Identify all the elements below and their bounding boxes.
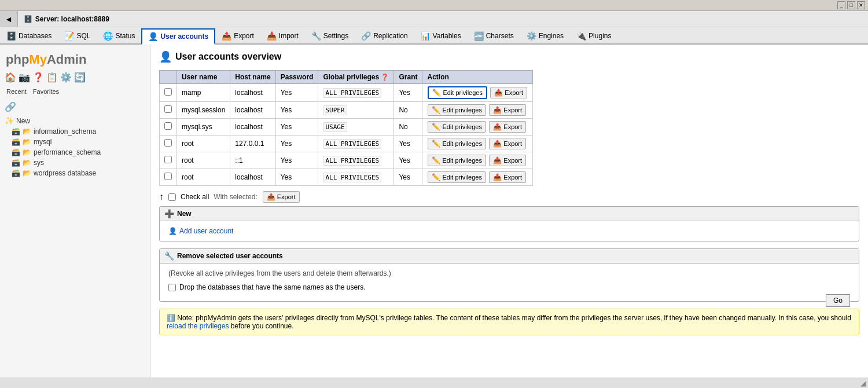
- tab-settings[interactable]: 🔧Settings: [305, 28, 355, 43]
- close-button[interactable]: ✕: [857, 1, 865, 9]
- tab-engines[interactable]: ⚙️Engines: [520, 28, 570, 43]
- export-selected-button[interactable]: 📤 Export: [263, 191, 300, 203]
- row-password: Yes: [275, 84, 318, 102]
- drop-db-checkbox[interactable]: [168, 284, 176, 291]
- resize-handle[interactable]: ◢: [860, 379, 866, 387]
- row-checkbox-2[interactable]: [164, 122, 172, 130]
- sidebar-item-wordpress-database[interactable]: 🗃️📂wordpress database: [0, 168, 150, 178]
- logo: phpMyAdmin: [0, 47, 150, 70]
- sidebar-item-new[interactable]: ✨New: [0, 115, 150, 126]
- edit-privileges-button[interactable]: ✏️ Edit privileges: [428, 121, 486, 133]
- row-hostname: localhost: [230, 84, 275, 102]
- remove-icon: 🔧: [164, 251, 174, 261]
- row-password: Yes: [275, 102, 318, 119]
- sidebar-item-information_schema[interactable]: 🗃️📂information_schema: [0, 126, 150, 137]
- col-checkbox: [160, 71, 177, 84]
- col-action: Action: [422, 71, 533, 84]
- tab-export[interactable]: 📤Export: [215, 28, 260, 43]
- replication-tab-icon: 🔗: [361, 31, 371, 41]
- variables-tab-icon: 📊: [421, 31, 431, 41]
- edit-icon: ✏️: [432, 140, 440, 148]
- edit-privileges-button[interactable]: ✏️ Edit privileges: [428, 155, 486, 166]
- note-info-icon: ℹ️: [167, 314, 175, 322]
- table-row: root 127.0.0.1 Yes ALL PRIVILEGES Yes ✏️…: [160, 136, 533, 152]
- check-all-checkbox[interactable]: [168, 193, 176, 201]
- export-row-icon: 📤: [493, 156, 502, 164]
- col-grant: Grant: [394, 71, 422, 84]
- maximize-button[interactable]: □: [847, 1, 855, 9]
- row-checkbox-cell: [160, 152, 177, 169]
- row-privileges: ALL PRIVILEGES: [318, 169, 394, 186]
- sidebar-item-mysql[interactable]: 🗃️📂mysql: [0, 137, 150, 147]
- bottom-bar: ◢: [0, 378, 868, 388]
- back-button[interactable]: ◄: [0, 11, 18, 27]
- row-actions: ✏️ Edit privileges 📤 Export: [422, 169, 533, 186]
- edit-privileges-button[interactable]: ✏️ Edit privileges: [428, 86, 487, 99]
- row-hostname: localhost: [230, 102, 275, 119]
- tab-variables[interactable]: 📊Variables: [414, 28, 468, 43]
- row-checkbox-cell: [160, 84, 177, 102]
- row-grant: Yes: [394, 152, 422, 169]
- help-icon[interactable]: ❓: [32, 72, 44, 83]
- export-tab-icon: 📤: [222, 31, 231, 41]
- export-user-button[interactable]: 📤 Export: [489, 155, 526, 166]
- drop-db-row: Drop the databases that have the same na…: [168, 283, 850, 291]
- row-hostname: ::1: [230, 152, 275, 169]
- col-hostname: Host name: [230, 71, 275, 84]
- tab-charsets[interactable]: 🔤Charsets: [468, 28, 520, 43]
- tab-databases[interactable]: 🗄️Databases: [0, 28, 58, 43]
- row-checkbox-0[interactable]: [164, 88, 172, 96]
- user_accounts-tab-icon: 👤: [148, 32, 158, 41]
- export-user-button[interactable]: 📤 Export: [489, 138, 526, 149]
- edit-privileges-button[interactable]: ✏️ Edit privileges: [428, 171, 486, 183]
- sql-tab-icon: 📝: [64, 31, 74, 41]
- favorites-button[interactable]: Favorites: [31, 87, 61, 96]
- export-icon: 📤: [267, 193, 275, 201]
- home-icon[interactable]: 🏠: [5, 72, 16, 83]
- status-tab-icon: 🌐: [103, 31, 113, 41]
- row-privileges: SUPER: [318, 102, 394, 119]
- link-icon[interactable]: 🔗: [0, 98, 150, 115]
- row-checkbox-4[interactable]: [164, 156, 172, 163]
- export-user-button[interactable]: 📤 Export: [490, 87, 527, 98]
- row-checkbox-cell: [160, 119, 177, 136]
- row-checkbox-5[interactable]: [164, 173, 172, 180]
- reload-privileges-link[interactable]: reload the privileges: [167, 322, 229, 330]
- recent-button[interactable]: Recent: [5, 87, 28, 96]
- export-user-button[interactable]: 📤 Export: [489, 121, 526, 133]
- tab-sql[interactable]: 📝SQL: [58, 28, 97, 43]
- server-icon: 🗄️: [24, 15, 32, 23]
- export-user-button[interactable]: 📤 Export: [489, 171, 526, 183]
- db-tree-icon: 🗃️: [12, 138, 20, 146]
- add-user-account-link[interactable]: 👤 Add user account: [168, 227, 850, 235]
- sidebar-item-performance_schema[interactable]: 🗃️📂performance_schema: [0, 147, 150, 158]
- tab-import[interactable]: 📥Import: [260, 28, 305, 43]
- status-icon[interactable]: 📷: [19, 72, 30, 83]
- import-tab-icon: 📥: [267, 31, 277, 41]
- check-all-label[interactable]: Check all: [181, 193, 209, 201]
- sidebar-item-sys[interactable]: 🗃️📂sys: [0, 158, 150, 168]
- refresh-icon[interactable]: 🔄: [74, 72, 86, 83]
- clipboard-icon[interactable]: 📋: [46, 72, 58, 83]
- tab-status[interactable]: 🌐Status: [97, 28, 141, 43]
- table-row: root ::1 Yes ALL PRIVILEGES Yes ✏️ Edit …: [160, 152, 533, 169]
- settings-icon[interactable]: ⚙️: [60, 72, 72, 83]
- export-user-button[interactable]: 📤 Export: [489, 104, 526, 116]
- row-checkbox-3[interactable]: [164, 139, 172, 147]
- user-accounts-icon: 👤: [159, 50, 172, 63]
- logo-dmin: Admin: [47, 52, 86, 67]
- tab-plugins[interactable]: 🔌Plugins: [570, 28, 617, 43]
- go-button[interactable]: Go: [826, 294, 850, 307]
- edit-privileges-button[interactable]: ✏️ Edit privileges: [428, 104, 486, 116]
- tab-user_accounts[interactable]: 👤User accounts: [141, 28, 215, 45]
- row-grant: No: [394, 119, 422, 136]
- row-checkbox-1[interactable]: [164, 105, 172, 113]
- help-icon[interactable]: ❓: [381, 74, 389, 80]
- minimize-button[interactable]: _: [837, 1, 845, 9]
- charsets-tab-icon: 🔤: [474, 31, 484, 41]
- db-tree-icon: 🗃️: [12, 127, 20, 136]
- edit-privileges-button[interactable]: ✏️ Edit privileges: [428, 138, 486, 149]
- plugins-tab-icon: 🔌: [576, 31, 586, 41]
- row-grant: Yes: [394, 84, 422, 102]
- tab-replication[interactable]: 🔗Replication: [355, 28, 414, 43]
